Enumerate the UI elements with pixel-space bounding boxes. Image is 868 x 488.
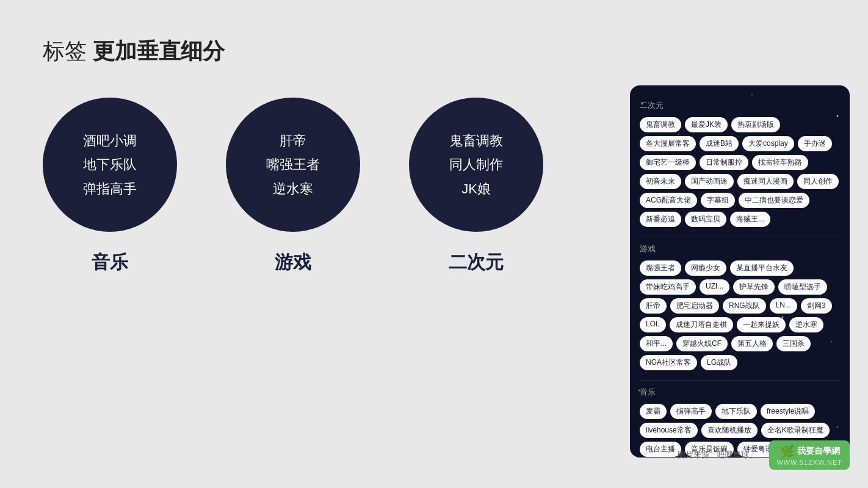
anime-tags: 鬼畜调教 最爱JK装 热衷剧场版 各大漫展常客 成迷B站 大爱cosplay 手… bbox=[640, 117, 840, 227]
tag: 手办迷 bbox=[798, 136, 832, 151]
section-label-anime: 二次元 bbox=[640, 100, 840, 111]
circle-item-music: 酒吧小调 地下乐队 弹指高手 音乐 bbox=[43, 98, 177, 275]
tag: 指弹高手 bbox=[670, 404, 712, 419]
tag: livehouse常客 bbox=[640, 423, 698, 438]
circle-game: 肝帝 嘴强王者 逆水寒 bbox=[226, 98, 360, 232]
circle-item-anime: 鬼畜调教 同人制作 JK娘 二次元 bbox=[409, 98, 543, 275]
tag: 大爱cosplay bbox=[742, 136, 794, 151]
tag: 地下乐队 bbox=[715, 404, 757, 419]
divider-1 bbox=[640, 237, 840, 237]
circle-anime: 鬼畜调教 同人制作 JK娘 bbox=[409, 98, 543, 232]
page-container: 标签 更加垂直细分 酒吧小调 地下乐队 弹指高手 音乐 肝帝 嘴强王者 逆水寒 … bbox=[0, 0, 868, 488]
tag: RNG战队 bbox=[723, 298, 766, 314]
tag: 痴迷同人漫画 bbox=[737, 174, 794, 189]
tag: LN... bbox=[770, 298, 797, 314]
tag: 最爱JK装 bbox=[685, 117, 728, 132]
circle-label-music: 音乐 bbox=[92, 250, 128, 275]
tag: 热衷剧场版 bbox=[731, 117, 780, 132]
divider-2 bbox=[640, 380, 840, 381]
game-tags: 嘴强王者 网瘾少女 某直播平台水友 带妹吃鸡高手 UZI... 护草先锋 唠嗑型… bbox=[640, 260, 840, 370]
tag: 唠嗑型选手 bbox=[778, 279, 827, 295]
section-anime: 二次元 鬼畜调教 最爱JK装 热衷剧场版 各大漫展常客 成迷B站 大爱cospl… bbox=[640, 100, 840, 227]
tag: ACG配音大佬 bbox=[640, 193, 697, 208]
page-title: 标签 更加垂直细分 bbox=[43, 37, 825, 66]
tag: 穿越火线CF bbox=[676, 336, 728, 351]
tag: 第五人格 bbox=[731, 336, 773, 351]
circle-item-game: 肝帝 嘴强王者 逆水寒 游戏 bbox=[226, 98, 360, 275]
tag: 鬼畜调教 bbox=[640, 117, 681, 132]
tag: 全名K歌录制狂魔 bbox=[761, 423, 830, 438]
svg-point-1 bbox=[751, 94, 753, 95]
tag: 某直播平台水友 bbox=[730, 260, 794, 276]
tag: 网瘾少女 bbox=[685, 260, 726, 276]
logo-url: WWW.51ZXW.NET bbox=[776, 459, 842, 466]
circle-label-anime: 二次元 bbox=[449, 250, 504, 275]
tag: 中二病也要谈恋爱 bbox=[739, 193, 809, 208]
tag: 三国杀 bbox=[776, 336, 811, 351]
tag: 日常制服控 bbox=[700, 155, 748, 170]
tag: 和平... bbox=[640, 336, 673, 351]
right-panel: 二次元 鬼畜调教 最爱JK装 热衷剧场版 各大漫展常客 成迷B站 大爱cospl… bbox=[630, 85, 850, 458]
logo-icon: 🌿 bbox=[779, 444, 795, 459]
tag: 逆水寒 bbox=[789, 317, 823, 332]
tag: 带妹吃鸡高手 bbox=[640, 279, 696, 295]
section-label-game: 游戏 bbox=[640, 243, 840, 254]
tag: 一起来捉妖 bbox=[737, 317, 786, 332]
tag: 海贼王... bbox=[730, 212, 770, 227]
circle-label-game: 游戏 bbox=[275, 250, 311, 275]
title-main: 更加垂直细分 bbox=[93, 38, 225, 63]
section-label-music: 音乐 bbox=[640, 387, 840, 398]
tag: 初音未来 bbox=[640, 174, 681, 189]
circle-music: 酒吧小调 地下乐队 弹指高手 bbox=[43, 98, 177, 232]
tag: LG战队 bbox=[701, 355, 737, 370]
logo-text: 我要自學網 bbox=[797, 446, 840, 457]
tag: 剑网3 bbox=[801, 298, 832, 314]
circles-row: 酒吧小调 地下乐队 弹指高手 音乐 肝帝 嘴强王者 逆水寒 游戏 鬼畜调教 同人… bbox=[43, 98, 543, 275]
tag: 成迷刀塔自走棋 bbox=[670, 317, 733, 332]
tag: freestyle说唱 bbox=[761, 404, 815, 419]
tag: 肥宅启动器 bbox=[670, 298, 719, 314]
tag: 护草先锋 bbox=[733, 279, 775, 295]
tag: 各大漫展常客 bbox=[640, 136, 696, 151]
title-prefix: 标签 bbox=[43, 38, 87, 63]
footer-logo-top: 🌿 我要自學網 bbox=[779, 444, 840, 459]
tag: 字幕组 bbox=[701, 193, 735, 208]
tag: 肝帝 bbox=[640, 298, 667, 314]
tag: 嘴强王者 bbox=[640, 260, 681, 276]
tag: 麦霸 bbox=[640, 404, 667, 419]
tag: 国产动画迷 bbox=[685, 174, 734, 189]
footer-logo: 🌿 我要自學網 WWW.51ZXW.NET bbox=[769, 440, 850, 470]
tag: 喜欢随机播放 bbox=[701, 423, 758, 438]
tag: 成迷B站 bbox=[700, 136, 739, 151]
tag: UZI... bbox=[700, 279, 729, 295]
tag: 御宅艺一级棒 bbox=[640, 155, 696, 170]
tag: 找雷轻车熟路 bbox=[752, 155, 808, 170]
tag: 同人创作 bbox=[797, 174, 839, 189]
section-game: 游戏 嘴强王者 网瘾少女 某直播平台水友 带妹吃鸡高手 UZI... 护草先锋 … bbox=[640, 243, 840, 370]
footer: 图片来源「唔哩星球」 🌿 我要自學網 WWW.51ZXW.NET bbox=[43, 440, 850, 470]
footer-source: 图片来源「唔哩星球」 bbox=[678, 450, 757, 461]
tag: NGA社区常客 bbox=[640, 355, 697, 370]
tag: 数码宝贝 bbox=[685, 212, 726, 227]
tag: 新番必追 bbox=[640, 212, 681, 227]
tag: LOL bbox=[640, 317, 666, 332]
